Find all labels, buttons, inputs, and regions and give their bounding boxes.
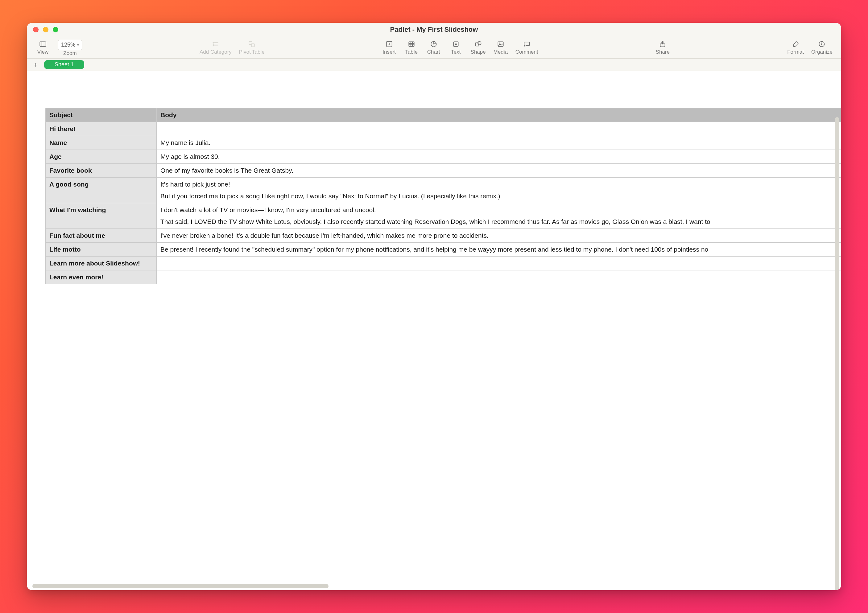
svg-point-27 (821, 43, 822, 44)
table-row[interactable]: AgeMy age is almost 30. (46, 150, 842, 164)
organize-icon (818, 40, 826, 48)
add-sheet-button[interactable]: ＋ (30, 60, 41, 69)
pivot-table-button: Pivot Table (236, 36, 268, 58)
zoom-control[interactable]: 125% ▾ Zoom (54, 36, 86, 58)
window-title: Padlet - My First Slideshow (390, 26, 478, 34)
close-window-button[interactable] (33, 27, 39, 33)
svg-point-7 (213, 45, 214, 46)
table-row[interactable]: Favorite bookOne of my favorite books is… (46, 164, 842, 178)
cell-body-paragraph: That said, I LOVED the TV show White Lot… (160, 218, 841, 225)
organize-button[interactable]: Organize (808, 36, 836, 58)
add-category-button: Add Category (196, 36, 236, 58)
media-button[interactable]: Media (490, 36, 512, 58)
insert-button[interactable]: Insert (378, 36, 400, 58)
data-table[interactable]: Subject Body Hi there!NameMy name is Jul… (45, 108, 841, 284)
svg-rect-0 (40, 42, 46, 46)
spreadsheet-canvas[interactable]: Subject Body Hi there!NameMy name is Jul… (27, 71, 841, 590)
cell-body[interactable] (157, 271, 842, 284)
cell-body[interactable]: I've never broken a bone! It's a double … (157, 229, 842, 243)
chevron-down-icon: ▾ (77, 43, 79, 47)
window-controls (33, 27, 58, 33)
cell-body-paragraph: I don't watch a lot of TV or movies—I kn… (160, 206, 841, 214)
cell-body[interactable]: I don't watch a lot of TV or movies—I kn… (157, 203, 842, 229)
text-button[interactable]: A Text (445, 36, 467, 58)
sidebar-icon (39, 40, 47, 48)
table-row[interactable]: Fun fact about meI've never broken a bon… (46, 229, 842, 243)
zoom-select[interactable]: 125% ▾ (58, 40, 82, 50)
insert-group: Insert Table Chart A Text (378, 36, 542, 58)
cell-body[interactable]: My name is Julia. (157, 136, 842, 150)
cell-subject[interactable]: Age (46, 150, 157, 164)
cell-subject[interactable]: What I'm watching (46, 203, 157, 229)
table-row[interactable]: Learn more about Slideshow! (46, 257, 842, 271)
cell-body[interactable] (157, 122, 842, 136)
category-group: Add Category Pivot Table (196, 36, 268, 58)
pivot-icon (248, 40, 256, 48)
cell-body[interactable]: My age is almost 30. (157, 150, 842, 164)
cell-subject[interactable]: Name (46, 136, 157, 150)
table-row[interactable]: NameMy name is Julia. (46, 136, 842, 150)
cell-subject[interactable]: Hi there! (46, 122, 157, 136)
vertical-scrollbar[interactable] (835, 117, 839, 590)
app-window: Padlet - My First Slideshow View 125% ▾ … (27, 23, 841, 590)
plus-icon: ＋ (32, 60, 39, 70)
text-icon: A (452, 40, 460, 48)
horizontal-scrollbar[interactable] (33, 584, 329, 588)
list-icon (212, 40, 220, 48)
cell-body[interactable]: It's hard to pick just one!But if you fo… (157, 178, 842, 203)
cell-subject[interactable]: Learn even more! (46, 271, 157, 284)
share-group: Share (651, 36, 674, 58)
table-row[interactable]: Hi there! (46, 122, 842, 136)
image-icon (497, 40, 505, 48)
cell-body[interactable]: One of my favorite books is The Great Ga… (157, 164, 842, 178)
table-row[interactable]: A good songIt's hard to pick just one!Bu… (46, 178, 842, 203)
zoom-value: 125% (61, 42, 75, 48)
svg-rect-13 (409, 42, 414, 46)
table-row[interactable]: Life mottoBe present! I recently found t… (46, 243, 842, 257)
header-body[interactable]: Body (157, 108, 842, 122)
table-row[interactable]: Learn even more! (46, 271, 842, 284)
sheet-tab-1[interactable]: Sheet 1 (44, 60, 84, 69)
cell-body-paragraph: It's hard to pick just one! (160, 181, 841, 188)
table-row[interactable]: What I'm watchingI don't watch a lot of … (46, 203, 842, 229)
share-button[interactable]: Share (651, 36, 674, 58)
svg-text:A: A (455, 42, 457, 46)
svg-point-22 (478, 41, 481, 45)
share-icon (659, 40, 666, 48)
cell-body[interactable]: Be present! I recently found the "schedu… (157, 243, 842, 257)
inspector-group: Format Organize (783, 36, 836, 58)
shape-icon (474, 40, 482, 48)
plus-square-icon (385, 40, 393, 48)
toolbar: View 125% ▾ Zoom Add Category (27, 36, 841, 59)
format-button[interactable]: Format (783, 36, 808, 58)
cell-subject[interactable]: Favorite book (46, 164, 157, 178)
sheet-tab-bar: ＋ Sheet 1 (27, 59, 841, 71)
table-icon (408, 40, 415, 48)
cell-subject[interactable]: Learn more about Slideshow! (46, 257, 157, 271)
brush-icon (792, 40, 800, 48)
comment-icon (523, 40, 531, 48)
table-button[interactable]: Table (400, 36, 423, 58)
svg-point-5 (213, 42, 214, 43)
cell-body-paragraph: But if you forced me to pick a song I li… (160, 192, 841, 200)
cell-subject[interactable]: Life motto (46, 243, 157, 257)
header-subject[interactable]: Subject (46, 108, 157, 122)
comment-button[interactable]: Comment (512, 36, 542, 58)
pie-chart-icon (430, 40, 438, 48)
minimize-window-button[interactable] (43, 27, 48, 33)
titlebar: Padlet - My First Slideshow (27, 23, 841, 36)
cell-subject[interactable]: A good song (46, 178, 157, 203)
chart-button[interactable]: Chart (423, 36, 445, 58)
table-header-row[interactable]: Subject Body (46, 108, 842, 122)
svg-point-6 (213, 43, 214, 44)
cell-subject[interactable]: Fun fact about me (46, 229, 157, 243)
cell-body[interactable] (157, 257, 842, 271)
fullscreen-window-button[interactable] (53, 27, 58, 33)
shape-button[interactable]: Shape (467, 36, 490, 58)
view-button[interactable]: View (32, 36, 54, 58)
